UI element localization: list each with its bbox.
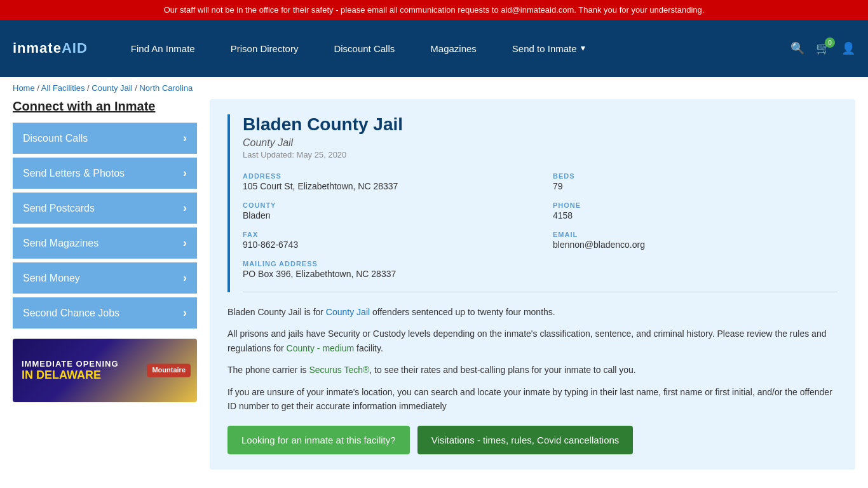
facility-content: Bladen County Jail County Jail Last Upda…: [210, 99, 855, 470]
facility-title: Bladen County Jail: [243, 114, 837, 135]
county-block: COUNTY Bladen: [243, 201, 527, 220]
facility-info-grid: ADDRESS 105 Court St, Elizabethtown, NC …: [243, 172, 837, 292]
breadcrumb-north-carolina[interactable]: North Carolina: [139, 83, 193, 93]
county-label: COUNTY: [243, 201, 527, 209]
send-postcards-button[interactable]: Send Postcards ›: [13, 193, 197, 224]
connect-title: Connect with an Inmate: [13, 99, 197, 114]
arrow-icon: ›: [183, 132, 187, 145]
arrow-icon: ›: [183, 306, 187, 320]
facility-updated: Last Updated: May 25, 2020: [243, 150, 837, 159]
nav-discount-calls[interactable]: Discount Calls: [316, 43, 412, 54]
action-buttons: Looking for an inmate at this facility? …: [227, 426, 837, 454]
ad-line2: IN DELAWARE: [22, 369, 101, 382]
send-money-button[interactable]: Send Money ›: [13, 262, 197, 294]
arrow-icon: ›: [183, 271, 187, 285]
beds-block: BEDS 79: [553, 172, 837, 191]
nav-icons: 🔍 🛒 0 👤: [790, 41, 855, 55]
desc-para-1: Bladen County Jail is for County Jail of…: [227, 305, 837, 319]
find-inmate-button[interactable]: Looking for an inmate at this facility?: [227, 426, 410, 454]
facility-type: County Jail: [243, 137, 837, 149]
desc-para-2: All prisons and jails have Security or C…: [227, 327, 837, 355]
arrow-icon: ›: [183, 166, 187, 180]
beds-label: BEDS: [553, 172, 837, 180]
alert-banner: Our staff will not be in the office for …: [0, 0, 868, 20]
facility-description: Bladen County Jail is for County Jail of…: [227, 305, 837, 413]
sidebar-ad[interactable]: IMMEDIATE OPENING IN DELAWARE Mountaire: [13, 339, 197, 402]
alert-text: Our staff will not be in the office for …: [164, 5, 705, 15]
cart-badge: 0: [825, 37, 835, 48]
county-jail-link[interactable]: County Jail: [326, 307, 370, 317]
nav-send-to-inmate[interactable]: Send to Inmate ▼: [494, 43, 605, 54]
facility-header-block: Bladen County Jail County Jail Last Upda…: [227, 114, 837, 292]
arrow-icon: ›: [183, 236, 187, 250]
fax-block: FAX 910-862-6743: [243, 231, 527, 250]
send-magazines-button[interactable]: Send Magazines ›: [13, 227, 197, 259]
nav-magazines[interactable]: Magazines: [412, 43, 494, 54]
mailing-label: MAILING ADDRESS: [243, 260, 527, 268]
breadcrumb-all-facilities[interactable]: All Facilities: [41, 83, 85, 93]
fax-label: FAX: [243, 231, 527, 238]
address-block: ADDRESS 105 Court St, Elizabethtown, NC …: [243, 172, 527, 191]
phone-block: PHONE 4158: [553, 201, 837, 220]
address-label: ADDRESS: [243, 172, 527, 180]
search-icon[interactable]: 🔍: [790, 41, 804, 55]
send-letters-button[interactable]: Send Letters & Photos ›: [13, 158, 197, 189]
header: inmateAID Find An Inmate Prison Director…: [0, 20, 868, 77]
user-icon[interactable]: 👤: [841, 41, 855, 55]
securus-tech-link[interactable]: Securus Tech®: [309, 365, 369, 375]
email-value: blennon@bladenco.org: [553, 240, 837, 250]
nav-find-inmate[interactable]: Find An Inmate: [113, 43, 213, 54]
address-value: 105 Court St, Elizabethtown, NC 28337: [243, 181, 527, 191]
visitations-button[interactable]: Visitations - times, rules, Covid cancel…: [417, 426, 634, 454]
breadcrumb: Home / All Facilities / County Jail / No…: [0, 77, 868, 99]
main-layout: Connect with an Inmate Discount Calls › …: [0, 99, 868, 482]
logo-text: inmateAID: [13, 40, 88, 57]
desc-para-4: If you are unsure of your inmate's locat…: [227, 385, 837, 414]
second-chance-jobs-button[interactable]: Second Chance Jobs ›: [13, 297, 197, 329]
cart-icon[interactable]: 🛒 0: [816, 41, 830, 55]
sidebar: Connect with an Inmate Discount Calls › …: [13, 99, 197, 470]
chevron-down-icon: ▼: [580, 44, 587, 53]
mailing-value: PO Box 396, Elizabethtown, NC 28337: [243, 269, 527, 279]
beds-value: 79: [553, 181, 837, 191]
ad-line1: IMMEDIATE OPENING: [22, 359, 119, 369]
breadcrumb-county-jail[interactable]: County Jail: [92, 83, 132, 93]
ad-logo: Mountaire: [147, 363, 191, 377]
county-value: Bladen: [243, 210, 527, 220]
arrow-icon: ›: [183, 201, 187, 215]
phone-label: PHONE: [553, 201, 837, 209]
desc-para-3: The phone carrier is Securus Tech®, to s…: [227, 363, 837, 377]
phone-value: 4158: [553, 210, 837, 220]
mailing-block: MAILING ADDRESS PO Box 396, Elizabethtow…: [243, 260, 527, 279]
county-medium-link[interactable]: County - medium: [287, 343, 355, 353]
fax-value: 910-862-6743: [243, 240, 527, 250]
nav-prison-directory[interactable]: Prison Directory: [213, 43, 316, 54]
main-nav: Find An Inmate Prison Directory Discount…: [113, 43, 790, 54]
breadcrumb-home[interactable]: Home: [13, 83, 35, 93]
discount-calls-button[interactable]: Discount Calls ›: [13, 123, 197, 154]
logo[interactable]: inmateAID: [13, 40, 88, 57]
email-block: EMAIL blennon@bladenco.org: [553, 231, 837, 250]
email-label: EMAIL: [553, 231, 837, 238]
